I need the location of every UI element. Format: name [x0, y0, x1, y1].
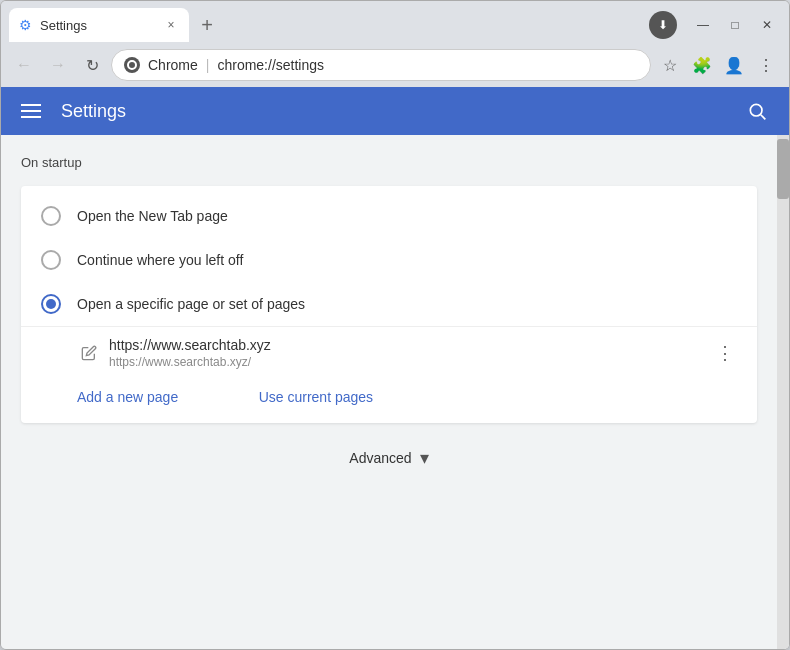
reload-button[interactable]: ↻	[77, 50, 107, 80]
browser-menu-button[interactable]: ⋮	[751, 50, 781, 80]
back-button[interactable]: ←	[9, 50, 39, 80]
minimize-button[interactable]: —	[689, 11, 717, 39]
download-button[interactable]: ⬇	[649, 11, 677, 39]
profile-button[interactable]: 👤	[719, 50, 749, 80]
browser-frame: ⚙ Settings × + ⬇ — □ ✕ ← → ↻ Chrome | ch…	[0, 0, 790, 650]
close-button[interactable]: ✕	[753, 11, 781, 39]
settings-page-title: Settings	[61, 101, 741, 122]
hamburger-menu-button[interactable]	[17, 100, 45, 122]
use-current-pages-link[interactable]: Use current pages	[203, 379, 393, 415]
startup-url-entry: https://www.searchtab.xyz https://www.se…	[21, 326, 757, 379]
url-secondary-text: https://www.searchtab.xyz/	[109, 355, 705, 369]
settings-scroll-area[interactable]: On startup Open the New Tab page Continu…	[1, 135, 777, 649]
tab-favicon: ⚙	[19, 17, 32, 33]
active-tab[interactable]: ⚙ Settings ×	[9, 8, 189, 42]
scrollbar-thumb[interactable]	[777, 139, 789, 199]
url-edit-icon	[77, 341, 101, 365]
hamburger-line-1	[21, 104, 41, 106]
title-bar: ⚙ Settings × + ⬇ — □ ✕	[1, 1, 789, 43]
radio-specific-fill	[46, 299, 56, 309]
tab-title: Settings	[40, 18, 155, 33]
advanced-chevron-icon: ▾	[420, 447, 429, 469]
window-controls: ⬇ — □ ✕	[649, 11, 781, 39]
advanced-section[interactable]: Advanced ▾	[21, 423, 757, 493]
on-startup-title: On startup	[21, 155, 757, 170]
radio-continue[interactable]	[41, 250, 61, 270]
forward-button[interactable]: →	[43, 50, 73, 80]
search-icon	[747, 101, 767, 121]
extensions-button[interactable]: 🧩	[687, 50, 717, 80]
advanced-label: Advanced	[349, 450, 411, 466]
radio-newtab-label: Open the New Tab page	[77, 208, 228, 224]
startup-option-continue[interactable]: Continue where you left off	[21, 238, 757, 282]
svg-line-1	[761, 115, 766, 120]
radio-specific-label: Open a specific page or set of pages	[77, 296, 305, 312]
settings-search-button[interactable]	[741, 95, 773, 127]
radio-specific[interactable]	[41, 294, 61, 314]
url-primary-text: https://www.searchtab.xyz	[109, 337, 705, 353]
radio-newtab[interactable]	[41, 206, 61, 226]
hamburger-line-2	[21, 110, 41, 112]
settings-header: Settings	[1, 87, 789, 135]
address-bar[interactable]: Chrome | chrome://settings	[111, 49, 651, 81]
url-info: https://www.searchtab.xyz https://www.se…	[109, 337, 705, 369]
startup-option-specific[interactable]: Open a specific page or set of pages	[21, 282, 757, 326]
content-area: On startup Open the New Tab page Continu…	[1, 135, 789, 649]
maximize-button[interactable]: □	[721, 11, 749, 39]
scrollbar-track	[777, 135, 789, 649]
add-new-page-link[interactable]: Add a new page	[21, 379, 198, 415]
url-menu-button[interactable]: ⋮	[713, 341, 737, 365]
startup-option-newtab[interactable]: Open the New Tab page	[21, 194, 757, 238]
radio-continue-label: Continue where you left off	[77, 252, 243, 268]
startup-card: Open the New Tab page Continue where you…	[21, 186, 757, 423]
tab-close-button[interactable]: ×	[163, 17, 179, 33]
address-brand-icon	[124, 57, 140, 73]
address-url-text: chrome://settings	[217, 57, 638, 73]
address-divider: |	[206, 57, 210, 73]
on-startup-section: On startup Open the New Tab page Continu…	[21, 155, 757, 423]
address-brand-text: Chrome	[148, 57, 198, 73]
svg-point-0	[750, 104, 762, 116]
new-tab-button[interactable]: +	[193, 11, 221, 39]
nav-actions: ☆ 🧩 👤 ⋮	[655, 50, 781, 80]
hamburger-line-3	[21, 116, 41, 118]
bookmark-button[interactable]: ☆	[655, 50, 685, 80]
nav-bar: ← → ↻ Chrome | chrome://settings ☆ 🧩 👤 ⋮	[1, 43, 789, 87]
